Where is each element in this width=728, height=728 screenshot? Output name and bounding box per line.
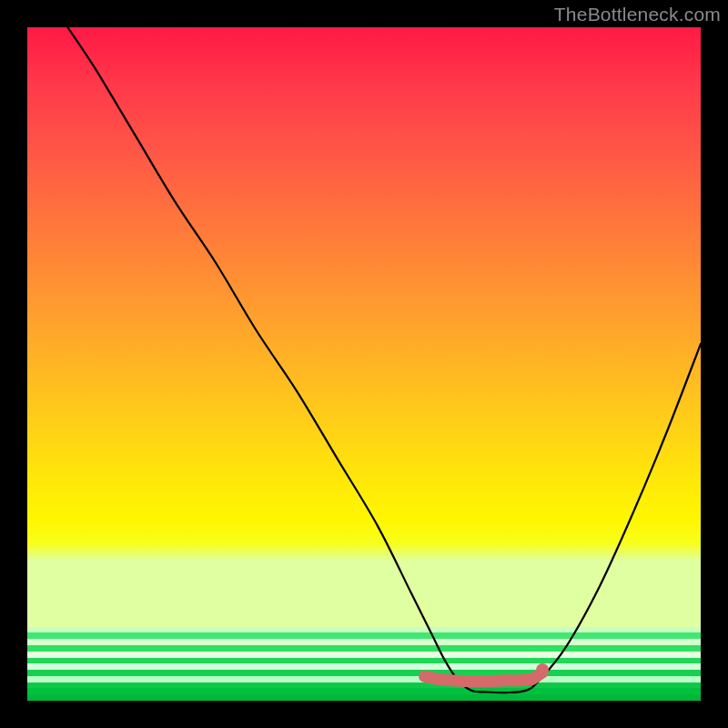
watermark-text: TheBottleneck.com — [554, 4, 721, 25]
bottleneck-curve — [67, 27, 701, 693]
optimal-band-path — [425, 672, 542, 682]
plot-area — [27, 27, 701, 701]
chart-frame: TheBottleneck.com — [0, 0, 728, 728]
optimal-band — [425, 663, 549, 682]
optimal-band-end-dot — [536, 663, 549, 676]
curve-layer — [27, 27, 701, 701]
